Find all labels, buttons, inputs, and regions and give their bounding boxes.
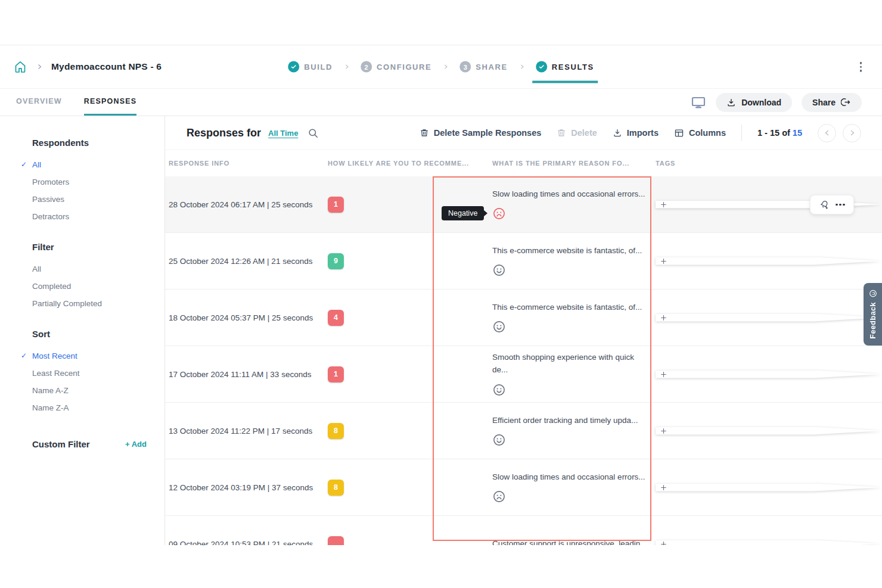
sidebar-item-detractors[interactable]: Detractors bbox=[0, 208, 164, 225]
time-filter-link[interactable]: All Time bbox=[268, 129, 298, 138]
step-build[interactable]: BUILD bbox=[288, 61, 333, 73]
active-step-underline bbox=[532, 81, 598, 83]
feedback-smiley-icon bbox=[869, 290, 877, 298]
add-tag-button[interactable] bbox=[656, 257, 882, 265]
step-label: SHARE bbox=[476, 63, 508, 71]
notify-bell-plus-icon[interactable] bbox=[819, 199, 830, 210]
search-icon[interactable] bbox=[308, 127, 319, 139]
respondents-title: Respondents bbox=[0, 138, 164, 148]
download-button[interactable]: Download bbox=[716, 93, 792, 112]
table-row[interactable]: 12 October 2024 03:19 PM | 37 seconds 8 … bbox=[165, 459, 882, 516]
wizard-steps: BUILD 2 CONFIGURE 3 SHARE RESULTS bbox=[288, 61, 594, 73]
sidebar-item-partially-completed[interactable]: Partially Completed bbox=[0, 295, 164, 312]
column-header-reason-question: WHAT IS THE PRIMARY REASON FO... bbox=[492, 160, 656, 167]
table-row[interactable]: 28 October 2024 06:17 AM | 25 seconds 1 … bbox=[165, 176, 882, 233]
delete-button[interactable]: Delete bbox=[557, 128, 597, 138]
responses-panel: Responses for All Time Delete Sample Res… bbox=[165, 116, 882, 545]
add-tag-button[interactable] bbox=[656, 314, 882, 322]
filters-sidebar: Respondents ✓ All Promoters Passives Det… bbox=[0, 116, 165, 545]
add-custom-filter-button[interactable]: + Add bbox=[125, 440, 147, 449]
filter-title: Filter bbox=[0, 242, 164, 252]
step-number-icon: 3 bbox=[459, 61, 471, 73]
display-mode-icon[interactable] bbox=[691, 95, 706, 110]
reason-text: Efficient order tracking and timely upda… bbox=[492, 415, 647, 427]
next-page-button[interactable] bbox=[843, 124, 861, 142]
add-tag-button[interactable] bbox=[656, 540, 882, 546]
share-label: Share bbox=[812, 98, 836, 107]
response-date: 25 October 2024 12:26 AM | 21 seconds bbox=[169, 257, 328, 266]
sidebar-item-least-recent[interactable]: Least Recent bbox=[0, 365, 164, 382]
previous-page-button[interactable] bbox=[818, 124, 836, 142]
reason-text: Slow loading times and occasional errors… bbox=[492, 188, 647, 201]
table-row[interactable]: 09 October 2024 10:53 PM | 21 seconds Cu… bbox=[165, 516, 882, 545]
sidebar-item-name-az[interactable]: Name A-Z bbox=[0, 382, 164, 399]
step-results[interactable]: RESULTS bbox=[536, 61, 594, 73]
response-date: 13 October 2024 11:22 PM | 17 seconds bbox=[169, 427, 328, 435]
sad-face-icon bbox=[492, 490, 506, 503]
table-body: 28 October 2024 06:17 AM | 25 seconds 1 … bbox=[165, 176, 882, 545]
sidebar-item-label: Partially Completed bbox=[32, 299, 102, 308]
nps-score-badge: 4 bbox=[328, 310, 344, 326]
sidebar-item-label: Completed bbox=[32, 282, 71, 291]
step-configure[interactable]: 2 CONFIGURE bbox=[361, 61, 431, 73]
filter-section: Filter All Completed Partially Completed bbox=[0, 242, 164, 312]
step-number-icon: 2 bbox=[361, 61, 372, 73]
feedback-tab-button[interactable]: Feedback bbox=[864, 283, 882, 346]
reason-text: Slow loading times and occasional errors… bbox=[492, 471, 647, 484]
sidebar-item-most-recent[interactable]: ✓ Most Recent bbox=[0, 347, 164, 365]
more-options-kebab-icon[interactable] bbox=[858, 60, 865, 74]
add-tag-button[interactable] bbox=[656, 427, 882, 435]
columns-button[interactable]: Columns bbox=[674, 128, 726, 138]
table-row[interactable]: 18 October 2024 05:37 PM | 25 seconds 4 … bbox=[165, 290, 882, 346]
nps-score-badge bbox=[328, 536, 344, 546]
home-icon[interactable] bbox=[13, 60, 27, 74]
tab-responses[interactable]: RESPONSES bbox=[84, 89, 137, 116]
step-label: CONFIGURE bbox=[377, 63, 431, 71]
table-row[interactable]: 17 October 2024 11:11 AM | 33 seconds 1 … bbox=[165, 346, 882, 403]
sidebar-item-name-za[interactable]: Name Z-A bbox=[0, 399, 164, 416]
column-header-tags: TAGS bbox=[656, 160, 882, 167]
tab-overview[interactable]: OVERVIEW bbox=[16, 89, 62, 116]
delete-sample-responses-button[interactable]: Delete Sample Responses bbox=[420, 128, 542, 138]
add-tag-button[interactable] bbox=[656, 371, 882, 378]
check-circle-icon bbox=[288, 61, 299, 73]
step-chevron-icon bbox=[518, 64, 525, 70]
sidebar-item-completed[interactable]: Completed bbox=[0, 278, 164, 295]
row-more-options-icon[interactable] bbox=[836, 204, 845, 206]
add-tag-button[interactable] bbox=[656, 484, 882, 491]
response-date: 17 October 2024 11:11 AM | 33 seconds bbox=[169, 370, 328, 379]
responses-toolbar: Responses for All Time Delete Sample Res… bbox=[165, 116, 882, 150]
response-date: 18 October 2024 05:37 PM | 25 seconds bbox=[169, 313, 328, 322]
import-download-icon bbox=[613, 128, 622, 138]
reason-text: This e-commerce website is fantastic, of… bbox=[492, 301, 647, 314]
custom-filter-title: Custom Filter bbox=[32, 439, 90, 449]
nps-score-badge: 8 bbox=[328, 480, 344, 496]
download-icon bbox=[726, 98, 736, 107]
check-icon: ✓ bbox=[21, 351, 27, 360]
sidebar-item-filter-all[interactable]: All bbox=[0, 260, 164, 278]
sidebar-item-promoters[interactable]: Promoters bbox=[0, 173, 164, 191]
table-row[interactable]: 13 October 2024 11:22 PM | 17 seconds 8 … bbox=[165, 403, 882, 459]
happy-face-icon bbox=[492, 263, 506, 277]
results-tabbar: OVERVIEW RESPONSES Download Share bbox=[0, 88, 882, 116]
step-label: RESULTS bbox=[552, 63, 594, 71]
table-row[interactable]: 25 October 2024 12:26 AM | 21 seconds 9 … bbox=[165, 233, 882, 290]
happy-face-icon bbox=[492, 383, 506, 397]
sidebar-item-passives[interactable]: Passives bbox=[0, 191, 164, 208]
pagination-total: 15 bbox=[793, 128, 802, 138]
columns-label: Columns bbox=[689, 128, 726, 138]
sidebar-item-label: Least Recent bbox=[32, 369, 80, 378]
step-share[interactable]: 3 SHARE bbox=[459, 61, 508, 73]
respondents-section: Respondents ✓ All Promoters Passives Det… bbox=[0, 138, 164, 225]
delete-sample-label: Delete Sample Responses bbox=[434, 128, 542, 138]
sidebar-item-respondents-all[interactable]: ✓ All bbox=[0, 156, 164, 173]
reason-text: Customer support is unresponsive, leadin… bbox=[492, 538, 647, 545]
row-hover-actions[interactable] bbox=[810, 195, 854, 214]
step-chevron-icon bbox=[442, 64, 449, 70]
nps-score-badge: 1 bbox=[328, 197, 344, 213]
custom-filter-section: Custom Filter + Add bbox=[0, 439, 164, 449]
pagination-range: 1 - 15 of bbox=[757, 128, 790, 138]
imports-button[interactable]: Imports bbox=[613, 128, 659, 138]
header-bar: Mydemoaccount NPS - 6 BUILD 2 CONFIGURE … bbox=[0, 45, 882, 88]
share-button[interactable]: Share bbox=[802, 93, 862, 112]
